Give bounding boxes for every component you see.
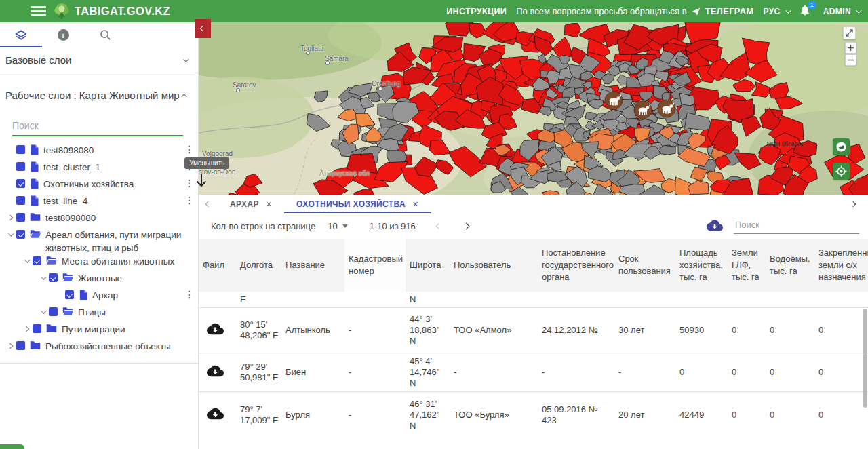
table-row-partial[interactable]: Е N [199, 292, 868, 308]
animals-layer-button[interactable] [833, 138, 850, 155]
next-page-button[interactable] [458, 224, 475, 229]
col-header[interactable]: Долгота [236, 239, 281, 292]
locate-button[interactable] [833, 163, 850, 180]
tree-item-test8098080[interactable]: test8098080 [0, 143, 198, 160]
cell-decree: - [538, 353, 614, 392]
col-header[interactable]: Площадь хозяйства, тыс. га [675, 239, 728, 292]
layer-checkbox[interactable] [16, 230, 25, 239]
collapse-icon[interactable] [37, 271, 49, 284]
table-row[interactable]: 79° 7' 17,009" Е Бурля - 46° 31' 47,162"… [199, 392, 868, 449]
tree-item-habitat-areas[interactable]: Ареал обитания, пути миграции животных, … [0, 228, 198, 254]
col-header[interactable]: Файл [199, 239, 236, 292]
layer-search-input[interactable] [12, 117, 183, 136]
expand-icon[interactable] [4, 339, 16, 352]
file-icon [30, 195, 39, 206]
tree-item-arkhar[interactable]: Архар [0, 288, 198, 305]
telegram-link[interactable]: ТЕЛЕГРАМ [705, 6, 754, 16]
tree-item-fishery-objects[interactable]: Рыбохозяйственные объекты [0, 339, 198, 356]
col-header[interactable]: Постановление государственного органа [538, 239, 614, 292]
table-row[interactable]: 79° 29' 50,981" Е Биен - 45° 4' 14,746" … [199, 353, 868, 392]
collapse-icon[interactable] [4, 228, 16, 241]
layer-checkbox[interactable] [16, 162, 25, 171]
tree-item-birds[interactable]: Птицы [0, 305, 198, 322]
close-icon[interactable]: × [412, 198, 418, 210]
tab-hunting-farms[interactable]: ОХОТНИЧЬИ ХОЗЯЙСТВА × [284, 195, 431, 213]
cell-latitude: 44° 3' 18,863" N [406, 308, 450, 353]
tree-item-animals[interactable]: Животные [0, 271, 198, 288]
tab-layers[interactable] [0, 22, 42, 47]
item-menu-icon[interactable] [184, 177, 194, 190]
working-layers-section[interactable]: Рабочие слои : Карта Животный мир [0, 83, 198, 108]
col-header[interactable]: Водоёмы, тыс. га [766, 239, 814, 292]
layer-checkbox[interactable] [33, 256, 41, 265]
col-header[interactable]: Широта [406, 239, 450, 292]
tree-item-animal-habitats[interactable]: Места обитания животных [0, 254, 198, 271]
col-header[interactable]: Земли ГЛФ, тыс. га [728, 239, 766, 292]
layer-checkbox[interactable] [16, 341, 25, 350]
col-header[interactable]: Срок пользования [614, 239, 675, 292]
fullscreen-button[interactable] [843, 26, 856, 39]
collapse-panel-button[interactable] [194, 173, 209, 189]
rows-per-page-select[interactable]: 10 [328, 221, 347, 231]
expand-icon[interactable] [4, 211, 16, 224]
download-file-button[interactable] [207, 323, 224, 336]
notifications-button[interactable]: 1 [799, 4, 814, 19]
download-file-button[interactable] [207, 408, 224, 421]
tab-arkhar[interactable]: АРХАР × [218, 195, 284, 213]
tabs-scroll-left-button[interactable] [199, 202, 218, 206]
divider [0, 363, 198, 364]
layer-checkbox[interactable] [16, 213, 25, 222]
caret-down-icon [342, 224, 348, 228]
table-row[interactable]: 80° 15' 48,206" Е Алтынколь - 44° 3' 18,… [199, 308, 868, 353]
zoom-out-button[interactable] [845, 54, 856, 66]
layer-checkbox[interactable] [65, 290, 74, 299]
base-layers-section[interactable]: Базовые слои [0, 47, 198, 73]
layer-checkbox[interactable] [33, 324, 41, 333]
col-header[interactable]: Кадастровый номер [344, 239, 406, 292]
zoom-in-button[interactable] [845, 42, 856, 54]
col-header[interactable]: Название [281, 239, 344, 292]
export-button[interactable] [707, 220, 723, 232]
col-header[interactable]: Закрепленные земли с/х назначения [814, 239, 868, 292]
layer-checkbox[interactable] [16, 196, 25, 205]
layer-checkbox[interactable] [49, 307, 58, 316]
tab-search[interactable] [84, 22, 126, 47]
cell-cadastre: - [344, 353, 406, 392]
close-icon[interactable]: × [266, 198, 272, 210]
cell-agri: 0 [814, 353, 868, 392]
layer-checkbox[interactable] [49, 273, 58, 282]
collapse-icon[interactable] [37, 305, 49, 318]
file-icon [30, 161, 39, 172]
hamburger-menu-icon[interactable] [31, 6, 46, 16]
expand-icon[interactable] [20, 322, 33, 335]
folder-open-icon [62, 307, 73, 316]
table-search-input[interactable] [734, 218, 859, 234]
tree-item-migration-routes[interactable]: Пути миграции [0, 322, 198, 339]
item-menu-icon[interactable] [184, 143, 194, 156]
vertical-scrollbar[interactable] [863, 309, 867, 408]
layer-checkbox[interactable] [16, 179, 25, 188]
map-canvas[interactable]: Togliatti Samara Saratov Orenburg Volgog… [199, 22, 868, 195]
globe-animal-icon [835, 141, 847, 153]
instructions-link[interactable]: ИНСТРУКЦИИ [446, 7, 507, 16]
tree-item-test-line-4[interactable]: test_line_4 [0, 194, 198, 211]
layer-checkbox[interactable] [16, 145, 25, 154]
hunting-farms-table: Файл Долгота Название Кадастровый номер … [199, 239, 868, 449]
tabigat-logo-icon [52, 1, 72, 24]
collapse-sidebar-button[interactable] [195, 19, 211, 38]
tab-info[interactable] [42, 22, 84, 47]
map-terrain [199, 22, 868, 195]
prev-page-button[interactable] [431, 224, 448, 229]
footer-fab[interactable] [0, 444, 24, 449]
download-file-button[interactable] [207, 365, 224, 378]
item-menu-icon[interactable] [184, 194, 194, 207]
user-menu[interactable]: ADMIN [823, 7, 860, 16]
col-header[interactable]: Пользователь [450, 239, 538, 292]
tree-item-hunting-farms[interactable]: Охотничьи хозяйства [0, 177, 198, 194]
collapse-icon[interactable] [20, 254, 33, 267]
tree-item-test8098080-group[interactable]: test8098080 [0, 211, 198, 228]
tree-item-test-cluster-1[interactable]: test_cluster_1 [0, 160, 198, 177]
item-menu-icon[interactable] [184, 288, 194, 301]
tabs-scroll-right-button[interactable] [844, 202, 863, 206]
language-select[interactable]: РУС [763, 7, 789, 16]
